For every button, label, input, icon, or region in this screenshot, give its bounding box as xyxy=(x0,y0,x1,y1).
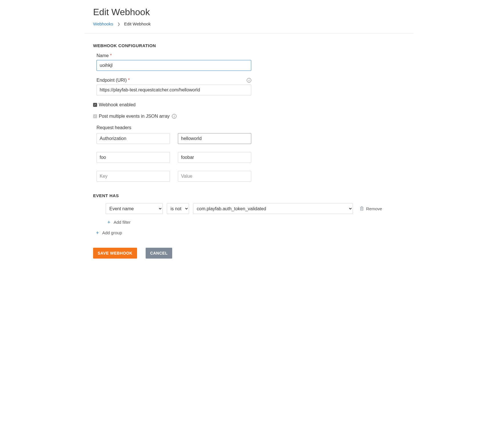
trash-icon xyxy=(360,206,364,211)
chevron-right-icon: ❯ xyxy=(117,22,120,26)
breadcrumb-current: Edit Webhook xyxy=(124,21,151,26)
header-key-input[interactable] xyxy=(97,171,170,182)
header-key-input[interactable] xyxy=(97,152,170,163)
cancel-button[interactable]: CANCEL xyxy=(146,248,172,259)
endpoint-input[interactable] xyxy=(97,85,251,95)
enabled-checkbox[interactable] xyxy=(93,103,97,107)
breadcrumb-link-webhooks[interactable]: Webhooks xyxy=(93,21,113,26)
remove-filter-button[interactable]: Remove xyxy=(360,206,382,211)
event-value-select[interactable]: com.playfab.auth_token_validated xyxy=(193,203,353,214)
endpoint-label: Endpoint (URI) * xyxy=(97,78,130,83)
add-group-button[interactable]: + Add group xyxy=(96,230,405,235)
headers-label: Request headers xyxy=(97,125,405,130)
header-value-input[interactable] xyxy=(178,152,251,163)
enabled-label: Webhook enabled xyxy=(99,102,136,107)
event-field-select[interactable]: Event name xyxy=(106,203,163,214)
header-value-input[interactable] xyxy=(178,133,251,144)
add-filter-button[interactable]: + Add filter xyxy=(107,220,405,225)
section-title-config: WEBHOOK CONFIGURATION xyxy=(93,43,405,48)
multi-label: Post multiple events in JSON array xyxy=(99,114,170,119)
info-icon[interactable]: i xyxy=(247,78,251,83)
page-title: Edit Webhook xyxy=(93,7,405,17)
plus-icon: + xyxy=(96,231,100,235)
name-label: Name * xyxy=(97,53,405,58)
section-title-event: EVENT HAS xyxy=(93,193,405,198)
breadcrumb: Webhooks ❯ Edit Webhook xyxy=(93,21,405,26)
save-button[interactable]: SAVE WEBHOOK xyxy=(93,248,137,259)
event-operator-select[interactable]: is not xyxy=(167,203,189,214)
plus-icon: + xyxy=(107,220,111,224)
header-key-input[interactable] xyxy=(97,133,170,144)
header-value-input[interactable] xyxy=(178,171,251,182)
info-icon[interactable]: i xyxy=(172,114,176,119)
multi-checkbox[interactable] xyxy=(93,114,97,118)
name-input[interactable] xyxy=(97,60,251,71)
